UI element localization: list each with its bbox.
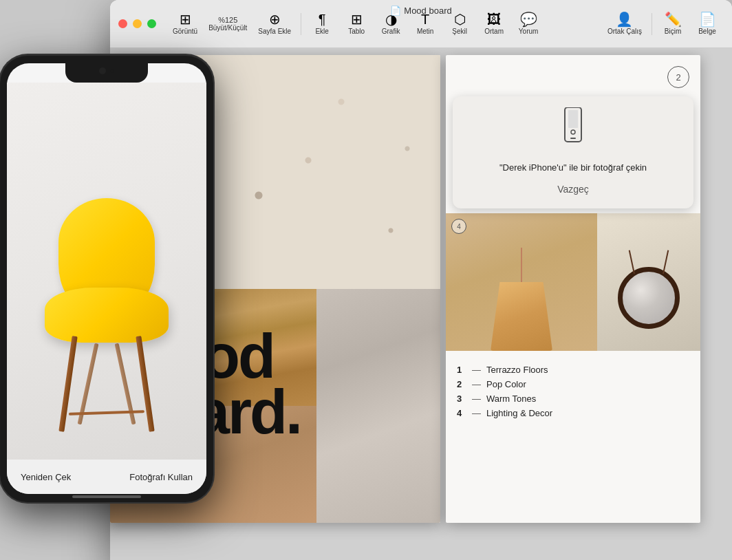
mirror-visual bbox=[618, 236, 680, 329]
lamp-cord bbox=[521, 248, 522, 282]
list-item-3-text: Warm Tones bbox=[486, 394, 536, 404]
iphone-camera-popup: "Derek iPhone'u" ile bir fotoğraf çekin … bbox=[453, 96, 693, 208]
list-item-1: 1 — Terrazzo Floors bbox=[457, 365, 689, 375]
chair-leg-front-right bbox=[136, 336, 154, 432]
page2-top-row: 4 bbox=[446, 213, 700, 351]
page2-list: 1 — Terrazzo Floors 2 — Pop Color 3 — Wa… bbox=[446, 351, 700, 436]
table-icon: ⊞ bbox=[351, 12, 363, 26]
notch-content bbox=[99, 67, 114, 74]
zoom-label: Büyüt/Küçült bbox=[208, 24, 247, 32]
shape-label: Şekil bbox=[452, 28, 467, 35]
media-label: Ortam bbox=[484, 28, 504, 35]
maximize-button[interactable] bbox=[147, 19, 156, 28]
format-toolbar-item[interactable]: ✏️ Biçim bbox=[656, 10, 689, 38]
iphone-bottom-bar: Yeniden Çek Fotoğrafı Kullan bbox=[7, 460, 206, 494]
svg-rect-1 bbox=[568, 110, 578, 128]
zoom-toolbar-item[interactable]: %125 Büyüt/Küçült bbox=[204, 13, 251, 34]
list-item-2-text: Pop Color bbox=[486, 379, 526, 389]
iphone-device: Yeniden Çek Fotoğrafı Kullan bbox=[0, 55, 234, 523]
title-bar: ⊞ Görüntü %125 Büyüt/Küçült ⊕ Sayfa Ekle… bbox=[110, 0, 732, 48]
comment-icon: 💬 bbox=[520, 12, 537, 26]
speaker bbox=[110, 69, 114, 73]
table-toolbar-item[interactable]: ⊞ Tablo bbox=[340, 10, 373, 38]
comment-toolbar-item[interactable]: 💬 Yorum bbox=[512, 10, 545, 38]
lamp-visual bbox=[491, 248, 552, 351]
comment-label: Yorum bbox=[519, 28, 539, 35]
table-label: Tablo bbox=[348, 28, 365, 35]
chart-label: Grafik bbox=[382, 28, 400, 35]
iphone-popup-message: "Derek iPhone'u" ile bir fotoğraf çekin bbox=[499, 162, 647, 174]
document-icon: 📄 bbox=[699, 12, 716, 26]
window-controls bbox=[118, 19, 156, 28]
insert-toolbar-item[interactable]: ¶ Ekle bbox=[305, 10, 338, 38]
view-icon: ⊞ bbox=[180, 12, 191, 26]
lamp-image: 4 bbox=[446, 213, 597, 351]
view-label: Görüntü bbox=[173, 28, 197, 35]
list-item-1-text: Terrazzo Floors bbox=[486, 365, 548, 375]
zoom-value: %125 bbox=[218, 16, 237, 24]
page2-images: 4 bbox=[446, 213, 700, 523]
view-toolbar-item[interactable]: ⊞ Görüntü bbox=[167, 10, 203, 38]
list-item-3: 3 — Warm Tones bbox=[457, 394, 689, 404]
text-label: Metin bbox=[417, 28, 433, 35]
collab-label: Ortak Çalış bbox=[607, 28, 642, 35]
close-button[interactable] bbox=[118, 19, 127, 28]
front-camera bbox=[99, 67, 106, 74]
collab-icon: 👤 bbox=[616, 12, 633, 26]
list-item-4: 4 — Lighting & Decor bbox=[457, 408, 689, 418]
use-photo-button[interactable]: Fotoğrafı Kullan bbox=[129, 472, 193, 482]
document-toolbar-item[interactable]: 📄 Belge bbox=[691, 10, 724, 38]
iphone-notch bbox=[65, 63, 148, 83]
strap-left bbox=[629, 250, 635, 274]
list-item-2: 2 — Pop Color bbox=[457, 379, 689, 389]
iphone-photo-area bbox=[7, 83, 206, 460]
iphone-screen: Yeniden Çek Fotoğrafı Kullan bbox=[7, 63, 206, 494]
retake-button[interactable]: Yeniden Çek bbox=[21, 472, 71, 482]
insert-label: Ekle bbox=[315, 28, 328, 35]
mirror-image bbox=[597, 213, 700, 351]
window-title-text: Mood board bbox=[404, 5, 451, 15]
chair-seat bbox=[45, 288, 169, 343]
media-icon: 🖼 bbox=[487, 12, 501, 26]
image-number-4: 4 bbox=[451, 219, 466, 234]
media-toolbar-item[interactable]: 🖼 Ortam bbox=[477, 10, 510, 38]
window-title: 📄 Mood board bbox=[390, 5, 451, 15]
iphone-body: Yeniden Çek Fotoğrafı Kullan bbox=[0, 55, 213, 502]
toolbar-right: 👤 Ortak Çalış ✏️ Biçim 📄 Belge bbox=[602, 10, 724, 38]
list-item-4-text: Lighting & Decor bbox=[486, 408, 552, 418]
lamp-shade bbox=[491, 282, 552, 351]
page-2: 2 "Derek iPhone'u" ile bir fotoğraf çeki… bbox=[446, 55, 700, 523]
add-page-label: Sayfa Ekle bbox=[258, 28, 291, 35]
insert-icon: ¶ bbox=[319, 12, 326, 26]
mirror-circle bbox=[618, 267, 680, 329]
window-title-icon: 📄 bbox=[390, 5, 401, 15]
iphone-home-bar bbox=[72, 495, 141, 498]
chair-visual bbox=[31, 198, 182, 460]
iphone-icon bbox=[559, 107, 587, 155]
shape-icon: ⬡ bbox=[454, 12, 466, 26]
minimize-button[interactable] bbox=[133, 19, 142, 28]
chair-leg-front-left bbox=[58, 336, 77, 432]
document-label: Belge bbox=[698, 28, 716, 35]
collab-toolbar-item[interactable]: 👤 Ortak Çalış bbox=[602, 10, 647, 38]
svg-rect-3 bbox=[570, 138, 576, 139]
cancel-button[interactable]: Vazgeç bbox=[549, 181, 597, 197]
toolbar-separator-2 bbox=[652, 13, 652, 35]
strap-right bbox=[663, 250, 669, 274]
page-2-number: 2 bbox=[667, 66, 689, 88]
add-page-icon: ⊕ bbox=[269, 12, 281, 26]
format-icon: ✏️ bbox=[665, 12, 682, 26]
toolbar: ⊞ Görüntü %125 Büyüt/Küçült ⊕ Sayfa Ekle… bbox=[167, 10, 602, 38]
svg-point-2 bbox=[571, 130, 575, 134]
add-page-toolbar-item[interactable]: ⊕ Sayfa Ekle bbox=[252, 10, 297, 38]
toolbar-separator-1 bbox=[301, 13, 301, 35]
format-label: Biçim bbox=[665, 28, 681, 35]
